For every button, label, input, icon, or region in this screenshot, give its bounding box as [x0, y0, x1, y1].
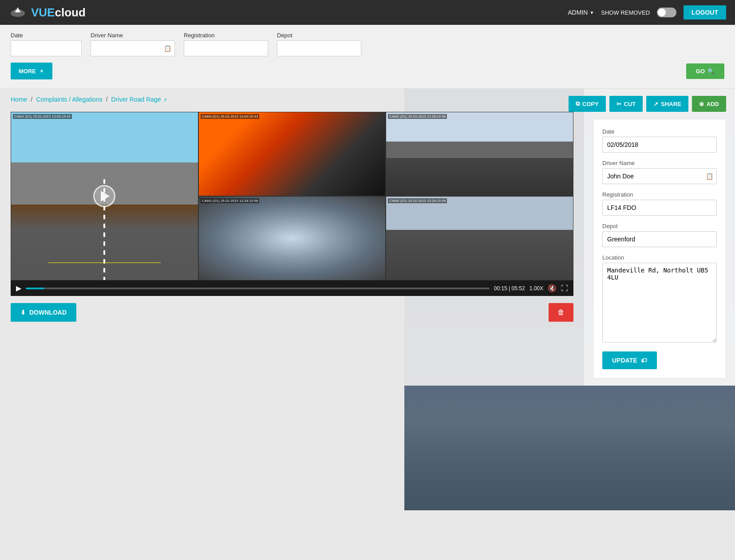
copy-icon: ⧉: [576, 100, 580, 107]
driver-name-label: Driver Name: [91, 32, 175, 39]
depot-label: Depot: [277, 32, 361, 39]
download-icon: ⬇: [20, 309, 26, 316]
chevron-down-icon: ▼: [589, 10, 594, 15]
date-field-group: Date: [11, 32, 82, 56]
driver-input-wrapper: 📋: [602, 168, 717, 184]
video-cell-top-right: CAM1 (D1) 25.02.2015 13:28:15:58: [386, 112, 573, 196]
video-cell-bottom-middle: CAM2 (D1) 25.02.2015 13:28:15:58: [198, 196, 386, 280]
breadcrumb-current[interactable]: Driver Road Rage ↗: [111, 96, 167, 103]
navbar: VUEcloud ADMIN ▼ SHOW REMOVED LOGOUT: [0, 0, 735, 25]
depot-input[interactable]: [277, 40, 361, 56]
speed-display: 1.00X: [530, 285, 543, 292]
plus-circle-icon: ⊕: [699, 101, 704, 107]
form-depot-input[interactable]: [602, 231, 717, 247]
go-button[interactable]: GO 🔍: [686, 63, 724, 79]
registration-field-group: Registration: [184, 32, 268, 56]
cam-rear-view: [199, 197, 386, 280]
brand-text: VUEcloud: [31, 6, 86, 20]
search-icon: 🔍: [707, 68, 715, 75]
form-depot-label: Depot: [602, 223, 717, 229]
form-depot-field: Depot: [602, 223, 717, 247]
depot-field-group: Depot: [277, 32, 361, 56]
driver-name-input-wrapper: 📋: [91, 40, 175, 56]
more-button[interactable]: MORE ＋: [11, 63, 52, 79]
cut-icon: ✂: [616, 101, 621, 107]
video-player: CAM2 (D1) 25.02.2015 13:00:15:43 CAM3 (D…: [11, 112, 573, 296]
main-content: Home / Complaints / Allegations / Driver…: [0, 89, 735, 510]
address-book-icon: 📋: [706, 173, 713, 180]
trash-icon: 🗑: [557, 308, 565, 316]
form-location-field: Location Mandeville Rd, Northolt UB5 4LU: [602, 254, 717, 344]
search-bar: Date Driver Name 📋 Registration Depot MO…: [0, 25, 735, 89]
add-button[interactable]: ⊕ ADD: [692, 96, 726, 112]
plus-icon: ＋: [39, 67, 44, 75]
tag-icon: 🏷: [641, 357, 647, 364]
form-registration-field: Registration: [602, 191, 717, 216]
breadcrumb-sep-1: /: [31, 96, 32, 103]
address-book-icon: 📋: [164, 45, 171, 52]
share-button[interactable]: ↗ SHARE: [646, 96, 688, 112]
cam-label-4: CAM2 (D1) 25.02.2015 13:28:15:58: [201, 198, 260, 203]
cam-side-view: [386, 197, 573, 280]
breadcrumb-home[interactable]: Home: [11, 96, 27, 103]
search-actions: MORE ＋ GO 🔍: [11, 63, 724, 79]
action-buttons-row: ⧉ COPY ✂ CUT ↗ SHARE ⊕ ADD: [593, 96, 726, 112]
delete-button[interactable]: 🗑: [549, 303, 573, 322]
show-removed-toggle[interactable]: [657, 8, 676, 17]
form-date-field: Date: [602, 128, 717, 153]
search-fields: Date Driver Name 📋 Registration Depot: [11, 32, 724, 56]
video-controls: ▶ 00:15 | 05:52 1.00X 🔇 ⛶: [11, 280, 573, 296]
content-wrapper: Home / Complaints / Allegations / Driver…: [0, 89, 735, 386]
cam-label-1: CAM2 (D1) 25.02.2015 13:00:15:43: [13, 114, 72, 119]
form-panel: Date Driver Name 📋 Registration Depot: [593, 119, 726, 379]
play-icon: [101, 191, 110, 201]
progress-bar[interactable]: [26, 288, 490, 289]
form-location-label: Location: [602, 254, 717, 261]
brand: VUEcloud: [9, 4, 86, 21]
form-driver-input[interactable]: [602, 168, 717, 184]
form-registration-label: Registration: [602, 191, 717, 198]
cam-label-5: CAM3 (D1) 25.02.2015 13:28:15:58: [388, 198, 447, 203]
volume-button[interactable]: 🔇: [548, 284, 557, 292]
cut-button[interactable]: ✂ CUT: [609, 96, 643, 112]
form-driver-field: Driver Name 📋: [602, 160, 717, 184]
left-column: Home / Complaints / Allegations / Driver…: [0, 89, 584, 386]
download-button[interactable]: ⬇ DOWNLOAD: [11, 303, 76, 322]
video-grid: CAM2 (D1) 25.02.2015 13:00:15:43 CAM3 (D…: [11, 112, 573, 280]
bottom-actions: ⬇ DOWNLOAD 🗑: [11, 303, 573, 322]
share-icon: ↗: [653, 101, 658, 107]
copy-button[interactable]: ⧉ COPY: [569, 96, 606, 112]
form-registration-input[interactable]: [602, 200, 717, 216]
play-button[interactable]: [93, 185, 115, 207]
registration-input[interactable]: [184, 40, 268, 56]
date-label: Date: [11, 32, 82, 39]
form-date-input[interactable]: [602, 137, 717, 153]
cam-label-3: CAM1 (D1) 25.02.2015 13:28:15:58: [388, 114, 447, 119]
video-cell-large[interactable]: CAM2 (D1) 25.02.2015 13:00:15:43: [11, 112, 198, 280]
update-button[interactable]: UPDATE 🏷: [602, 351, 657, 369]
logo-icon: [9, 4, 27, 21]
video-cell-top-middle: CAM3 (D1) 25.02.2015 13:00:15:43: [198, 112, 386, 196]
cam-front-view: [386, 112, 573, 196]
admin-label[interactable]: ADMIN ▼: [568, 9, 594, 16]
progress-fill: [26, 288, 44, 289]
breadcrumb-sep-2: /: [106, 96, 108, 103]
driver-name-field-group: Driver Name 📋: [91, 32, 175, 56]
logout-button[interactable]: LOGOUT: [684, 5, 726, 20]
breadcrumb-complaints[interactable]: Complaints / Allegations: [36, 96, 102, 103]
fullscreen-button[interactable]: ⛶: [561, 284, 568, 292]
show-removed-label: SHOW REMOVED: [601, 9, 650, 16]
date-input[interactable]: [11, 40, 82, 56]
driver-name-input[interactable]: [91, 40, 175, 56]
cam-interior-view: [199, 112, 386, 196]
time-display: 00:15 | 05:52: [494, 285, 525, 292]
right-column: ⧉ COPY ✂ CUT ↗ SHARE ⊕ ADD: [584, 89, 735, 386]
breadcrumb: Home / Complaints / Allegations / Driver…: [11, 96, 573, 103]
video-cell-bottom-right: CAM3 (D1) 25.02.2015 13:28:15:58: [386, 196, 573, 280]
cam-label-2: CAM3 (D1) 25.02.2015 13:00:15:43: [201, 114, 260, 119]
form-location-textarea[interactable]: Mandeville Rd, Northolt UB5 4LU: [602, 263, 717, 343]
form-date-label: Date: [602, 128, 717, 135]
external-link-icon: ↗: [163, 97, 167, 103]
play-pause-button[interactable]: ▶: [16, 284, 21, 292]
registration-label: Registration: [184, 32, 268, 39]
